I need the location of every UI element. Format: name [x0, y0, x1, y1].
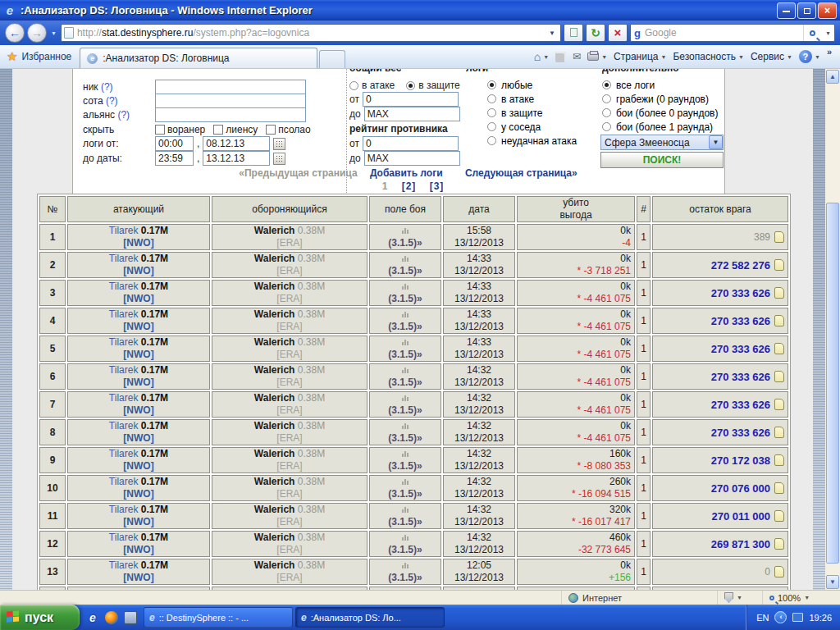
scrollbar-thumb[interactable] — [826, 203, 839, 564]
alliance-help-link[interactable]: (?) — [117, 109, 130, 121]
overflow-chevron-icon[interactable]: » — [827, 47, 832, 57]
defender-link[interactable]: Walerich — [254, 336, 295, 348]
battlefield-cell[interactable]: (3.1.5)» — [369, 391, 441, 418]
defender-link[interactable]: Walerich — [254, 420, 295, 431]
defender-alliance-link[interactable]: [ERA] — [216, 516, 363, 528]
radio-icon[interactable] — [487, 136, 496, 145]
defender-link[interactable]: Walerich — [254, 392, 295, 404]
battle-log-scroll-icon[interactable] — [774, 371, 784, 382]
tray-collapse-icon[interactable]: ‹ — [774, 611, 787, 623]
attacker-cell[interactable]: Tilarek 0.17M [NWO] — [67, 308, 210, 334]
start-button[interactable]: пуск — [0, 605, 80, 630]
battle-log-scroll-icon[interactable] — [774, 427, 784, 438]
log-type-radio[interactable]: в защите — [487, 106, 577, 120]
tools-menu[interactable]: Сервис▼ — [751, 51, 792, 62]
attacker-link[interactable]: Tilarek — [109, 476, 139, 487]
defender-cell[interactable]: Walerich 0.38M [ERA] — [212, 391, 368, 418]
battlefield-link[interactable]: (3.1.5)» — [373, 377, 437, 389]
ie-quicklaunch-icon[interactable]: e — [86, 611, 99, 624]
defender-link[interactable]: Walerich — [254, 308, 295, 320]
battlefield-cell[interactable]: (3.1.5)» — [369, 447, 441, 473]
attacker-alliance-link[interactable]: [NWO] — [71, 432, 206, 445]
attacker-cell[interactable]: Tilarek 0.17M [NWO] — [67, 252, 210, 278]
attacker-alliance-link[interactable]: [NWO] — [71, 349, 206, 361]
battlefield-cell[interactable]: (3.1.5)» — [369, 475, 441, 501]
defender-cell[interactable]: Walerich 0.38M [ERA] — [212, 559, 368, 585]
checkbox[interactable] — [155, 125, 165, 135]
close-button[interactable]: × — [818, 2, 837, 19]
log-type-radio[interactable]: в атаке — [487, 92, 577, 106]
defender-cell[interactable]: Walerich 0.38M [ERA] — [212, 252, 368, 278]
weight-to-input[interactable]: MAX — [364, 107, 460, 121]
attacker-link[interactable]: Tilarek — [109, 420, 139, 431]
defender-alliance-link[interactable]: [ERA] — [216, 460, 363, 472]
battlefield-cell[interactable]: (3.1.5)» — [369, 224, 441, 250]
attacker-cell[interactable]: Tilarek 0.17M [NWO] — [67, 336, 210, 362]
battle-log-scroll-icon[interactable] — [774, 510, 784, 522]
defender-alliance-link[interactable]: [ERA] — [216, 237, 363, 249]
log-type-radio[interactable]: любые — [487, 78, 577, 92]
attacker-link[interactable]: Tilarek — [109, 308, 139, 320]
attacker-link[interactable]: Tilarek — [109, 532, 139, 543]
attacker-link[interactable]: Tilarek — [109, 253, 139, 264]
radio-icon[interactable] — [349, 81, 358, 90]
defender-alliance-link[interactable]: [ERA] — [216, 572, 363, 584]
alliance-input[interactable] — [155, 107, 306, 122]
attacker-alliance-link[interactable]: [NWO] — [71, 377, 206, 389]
defender-alliance-link[interactable]: [ERA] — [216, 265, 363, 277]
stop-button[interactable]: × — [608, 24, 628, 42]
battle-log-scroll-icon[interactable] — [774, 231, 784, 243]
enemy-from-input[interactable]: 0 — [363, 136, 459, 151]
checkbox[interactable] — [266, 125, 276, 135]
battlefield-link[interactable]: (3.1.5)» — [373, 432, 437, 445]
attacker-link[interactable]: Tilarek — [109, 336, 139, 348]
defender-cell[interactable]: Walerich 0.38M [ERA] — [212, 308, 368, 334]
attacker-alliance-link[interactable]: [NWO] — [71, 237, 206, 249]
defender-cell[interactable]: Walerich 0.38M [ERA] — [212, 447, 368, 473]
page-2-link[interactable]: [2] — [402, 180, 417, 192]
battle-log-scroll-icon[interactable] — [774, 315, 784, 326]
media-player-icon[interactable] — [105, 611, 118, 624]
vertical-scrollbar[interactable]: ▲ ▼ — [825, 69, 840, 590]
attacker-alliance-link[interactable]: [NWO] — [71, 265, 206, 277]
defender-cell[interactable]: Walerich 0.38M [ERA] — [212, 363, 368, 390]
attacker-alliance-link[interactable]: [NWO] — [71, 544, 206, 556]
attacker-alliance-link[interactable]: [NWO] — [71, 293, 206, 305]
weight-mode-radio[interactable]: в атаке — [349, 80, 395, 91]
extra-option-radio[interactable]: бои (более 0 раундов) — [602, 106, 718, 120]
attacker-cell[interactable]: Tilarek 0.17M [NWO] — [67, 363, 210, 390]
tab-logovnica[interactable]: e :Анализатор DS: Логовница — [80, 48, 317, 68]
next-page-link[interactable]: Следующая страница» — [465, 167, 578, 179]
attacker-link[interactable]: Tilarek — [109, 364, 139, 376]
select-arrow-icon[interactable]: ▼ — [709, 135, 723, 149]
attacker-alliance-link[interactable]: [NWO] — [71, 404, 206, 417]
battlefield-link[interactable]: (3.1.5)» — [373, 237, 437, 249]
favorites-button[interactable]: ★ Избранное — [0, 45, 80, 68]
time-from-input[interactable]: 00:00 — [155, 136, 194, 151]
network-monitor-icon[interactable] — [792, 613, 803, 622]
taskbar-window-destinysphere[interactable]: e :: DestinySphere :: - ... — [144, 607, 293, 628]
date-to-input[interactable]: 13.12.13 — [203, 151, 270, 166]
refresh-button[interactable]: ↻ — [586, 24, 605, 42]
defender-alliance-link[interactable]: [ERA] — [216, 544, 363, 556]
defender-link[interactable]: Walerich — [254, 253, 295, 264]
hide-option[interactable]: воранер — [155, 124, 205, 135]
attacker-alliance-link[interactable]: [NWO] — [71, 321, 206, 333]
battlefield-link[interactable]: (3.1.5)» — [373, 572, 437, 584]
attacker-link[interactable]: Tilarek — [109, 504, 139, 515]
defender-alliance-link[interactable]: [ERA] — [216, 377, 363, 389]
radio-icon[interactable] — [487, 122, 496, 131]
battle-log-scroll-icon[interactable] — [774, 287, 784, 299]
battlefield-cell[interactable]: (3.1.5)» — [369, 531, 441, 557]
battle-log-scroll-icon[interactable] — [774, 538, 784, 550]
print-button[interactable]: ▼ — [587, 52, 607, 61]
battlefield-cell[interactable]: (3.1.5)» — [369, 308, 441, 334]
defender-cell[interactable]: Walerich 0.38M [ERA] — [212, 475, 368, 501]
scroll-down-button[interactable]: ▼ — [826, 575, 839, 589]
attacker-alliance-link[interactable]: [NWO] — [71, 488, 206, 500]
calendar-from-button[interactable] — [273, 138, 285, 150]
defender-link[interactable]: Walerich — [254, 225, 295, 236]
defender-cell[interactable]: Walerich 0.38M [ERA] — [212, 336, 368, 362]
radio-icon[interactable] — [487, 80, 496, 89]
battle-log-scroll-icon[interactable] — [774, 482, 784, 494]
